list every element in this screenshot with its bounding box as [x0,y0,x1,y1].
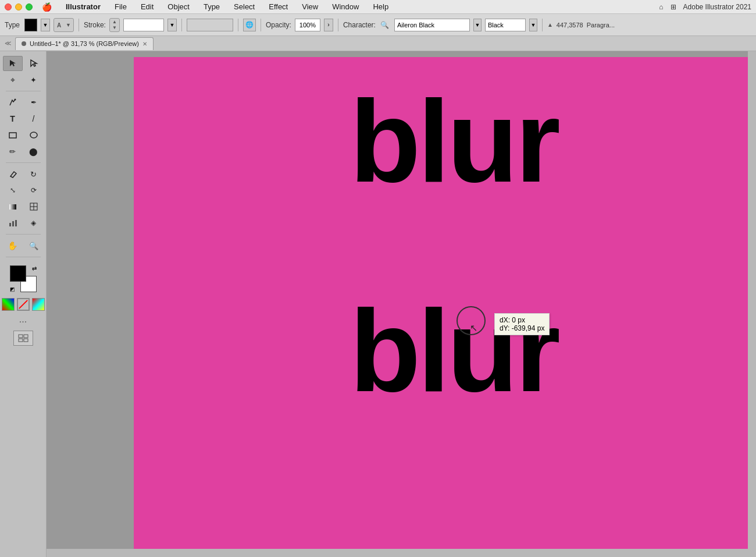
gradient-tool[interactable] [3,199,23,214]
menu-window[interactable]: Window [330,2,361,11]
eraser-tools-row: ↻ [3,166,44,182]
stroke-label: Stroke: [84,21,106,29]
menu-view[interactable]: View [299,2,320,11]
close-button[interactable] [5,3,12,10]
paragraph-btn[interactable]: Paragra... [587,22,615,29]
menu-effect[interactable]: Effect [266,2,290,11]
vertical-scrollbar[interactable] [748,51,756,549]
separator-5 [338,19,338,31]
font-name-input[interactable] [394,19,470,31]
separator-1 [79,19,79,31]
main-area: ⌖ ✦ ✒ T / ✏ ⬤ [0,51,756,557]
stroke-down-arrow[interactable]: ▼ [112,25,117,31]
stroke-arrows[interactable]: ▲ ▼ [109,18,120,32]
window-arrange-btn[interactable] [13,331,33,346]
text-style-btn[interactable]: A ▼ [54,18,74,32]
menu-file[interactable]: File [112,2,129,11]
direct-selection-tool[interactable] [24,56,44,71]
globe-icon[interactable]: 🌐 [243,19,256,31]
opacity-value[interactable]: 100% [295,19,320,31]
mesh-tool[interactable] [24,199,44,214]
ellipse-tool[interactable] [24,127,44,143]
window-controls[interactable] [5,3,33,10]
menu-object[interactable]: Object [165,2,192,11]
apple-menu[interactable]: 🍎 [42,2,52,12]
scale-tool[interactable]: ⤡ [3,183,23,198]
rect-tool[interactable] [3,127,23,143]
svg-rect-13 [24,335,28,338]
font-name-dropdown[interactable]: ▼ [473,19,482,31]
type-tools-row: T / [3,111,44,126]
rotate-tool[interactable]: ↻ [24,166,44,182]
tool-divider-1 [6,91,41,91]
coords-display: 447,3578 [557,22,583,29]
separator-4 [261,19,261,31]
stroke-up-arrow[interactable]: ▲ [112,19,117,25]
menu-illustrator[interactable]: Illustrator [63,2,103,11]
color-swatches: ⇄ ◩ [10,265,37,292]
color-mode-icon[interactable] [2,298,15,311]
coords-up-arrow: ▲ [547,22,553,28]
more-tools-btn[interactable]: ··· [19,317,27,327]
menu-bar: 🍎 Illustrator File Edit Object Type Sele… [0,0,756,14]
document-tab[interactable]: Untitled–1* @ 31,73 % (RGB/Preview) ✕ [15,37,154,50]
tab-close-icon[interactable]: ✕ [142,41,147,47]
hand-tool[interactable]: ✋ [3,238,23,253]
gradient-tools-row [3,199,44,214]
artboard: blur blur ↖ dX: 0 px dY: -639,94 px [134,57,756,557]
workspace-icon[interactable]: ⊞ [671,3,676,11]
line-tool[interactable]: / [24,111,44,126]
font-style-input[interactable] [485,19,526,31]
pen-tool[interactable] [3,95,23,110]
type-tool[interactable]: T [3,111,23,126]
zoom-tool[interactable]: 🔍 [24,238,44,253]
font-style-dropdown[interactable]: ▼ [529,19,537,31]
tab-back-arrow[interactable]: ≪ [5,40,12,47]
selection-tool[interactable] [3,56,23,71]
slice-tool[interactable]: ◈ [24,215,44,230]
foreground-color-swatch[interactable] [10,265,26,282]
stroke-dropdown[interactable]: ▼ [167,19,177,31]
curvature-tool[interactable]: ✒ [24,95,44,110]
menu-help[interactable]: Help [370,2,391,11]
svg-rect-12 [19,335,23,338]
svg-text:A: A [57,22,61,29]
default-colors-icon[interactable]: ◩ [10,286,15,292]
menu-edit[interactable]: Edit [138,2,156,11]
canvas-area[interactable]: blur blur ↖ dX: 0 px dY: -639,94 px [47,51,756,557]
character-label: Character: [343,21,376,29]
menu-bar-right: ⌂ ⊞ Adobe Illustrator 2021 [659,3,751,11]
horizontal-scrollbar[interactable] [47,549,756,557]
menu-type[interactable]: Type [201,2,222,11]
svg-point-1 [14,99,16,101]
app-title: Adobe Illustrator 2021 [683,3,751,11]
svg-rect-4 [9,204,16,210]
fill-color-swatch[interactable] [24,19,37,31]
home-icon[interactable]: ⌂ [659,3,663,11]
eraser-tool[interactable] [3,166,23,182]
tab-title: Untitled–1* @ 31,73 % (RGB/Preview) [30,40,139,47]
character-search-icon[interactable]: 🔍 [379,19,391,31]
tab-modified-dot [22,41,26,46]
maximize-button[interactable] [26,3,33,10]
svg-line-11 [19,300,27,308]
menu-select[interactable]: Select [231,2,257,11]
gradient-swatch[interactable] [32,298,45,311]
chart-tool[interactable] [3,215,23,230]
minimize-button[interactable] [15,3,22,10]
select-tools-row [3,56,44,71]
pencil-tools-row: ✏ ⬤ [3,144,44,159]
blob-brush-tool[interactable]: ⬤ [24,144,44,159]
lasso-tool[interactable]: ⌖ [3,72,23,87]
stroke-input[interactable] [123,19,164,31]
magic-wand-tool[interactable]: ✦ [24,72,44,87]
chart-tools-row: ◈ [3,215,44,230]
fill-color-dropdown[interactable]: ▼ [41,19,50,31]
opacity-more-btn[interactable]: › [324,19,333,31]
fill-display[interactable] [187,19,233,31]
shaper-tool[interactable]: ⟳ [24,183,44,198]
none-icon[interactable] [17,298,30,311]
swap-colors-icon[interactable]: ⇄ [32,265,37,272]
tool-divider-4 [6,257,41,257]
pencil-tool[interactable]: ✏ [3,144,23,159]
